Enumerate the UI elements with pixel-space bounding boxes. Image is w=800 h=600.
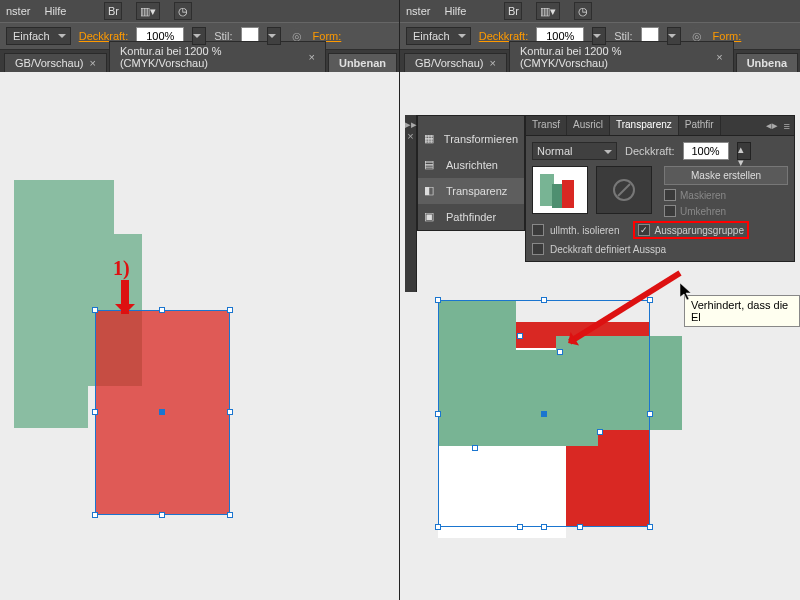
menu-bar: nster Hilfe Br ▥▾ ◷	[400, 0, 800, 22]
clip-label: Maskieren	[680, 190, 726, 201]
scroll-icon[interactable]: ◂▸	[766, 119, 778, 132]
svg-line-4	[618, 184, 630, 196]
handle-e[interactable]	[647, 411, 653, 417]
handle-anchor[interactable]	[597, 429, 603, 435]
opacity-stepper[interactable]: ▴▾	[737, 142, 751, 160]
isolate-label: ullmth. isolieren	[550, 225, 619, 236]
handle-ne[interactable]	[647, 297, 653, 303]
handle-se[interactable]	[647, 524, 653, 530]
handle-anchor[interactable]	[517, 333, 523, 339]
handle-w[interactable]	[435, 411, 441, 417]
handle-sw[interactable]	[92, 512, 98, 518]
nav-pathfinder[interactable]: ▣Pathfinder	[418, 204, 524, 230]
handle-e[interactable]	[227, 409, 233, 415]
menu-fenster[interactable]: nster	[406, 5, 430, 17]
transparency-panel: Transf Ausricl Transparenz Pathfir ◂▸≡ N…	[525, 115, 795, 262]
opacity-field[interactable]: 100%	[683, 142, 729, 160]
nav-label: Transparenz	[446, 185, 507, 197]
handle-s[interactable]	[159, 512, 165, 518]
handle-n[interactable]	[159, 307, 165, 313]
nav-ausrichten[interactable]: ▤Ausrichten	[418, 152, 524, 178]
panel-grip[interactable]: ▸▸ ×	[405, 115, 417, 292]
annotation-1: 1)	[113, 257, 130, 280]
handle-ne[interactable]	[227, 307, 233, 313]
transparency-thumbnail[interactable]	[532, 166, 588, 214]
handle-anchor[interactable]	[472, 445, 478, 451]
handle-anchor[interactable]	[577, 524, 583, 530]
handle-w[interactable]	[92, 409, 98, 415]
mask-thumbnail[interactable]	[596, 166, 652, 214]
style-dropdown[interactable]	[667, 27, 681, 45]
tab-2-label: Unbenan	[339, 57, 386, 69]
bridge-icon[interactable]: Br	[504, 2, 522, 20]
doc-tabs: GB/Vorschau)× Kontur.ai bei 1200 % (CMYK…	[400, 50, 800, 72]
handle-sw[interactable]	[435, 524, 441, 530]
isolate-blending-checkbox[interactable]	[532, 224, 544, 236]
close-icon[interactable]: ×	[309, 51, 315, 63]
tab-1[interactable]: Kontur.ai bei 1200 % (CMYK/Vorschau)×	[109, 41, 326, 72]
svg-rect-2	[562, 180, 574, 208]
knockout-group-label: Aussparungsgruppe	[654, 225, 744, 236]
panel-tabs: Transf Ausricl Transparenz Pathfir ◂▸≡	[526, 116, 794, 136]
tab-1[interactable]: Kontur.ai bei 1200 % (CMYK/Vorschau)×	[509, 41, 734, 72]
handle-se[interactable]	[227, 512, 233, 518]
stroke-profile-select[interactable]: Einfach	[6, 27, 71, 45]
handle-center[interactable]	[541, 411, 547, 417]
menu-hilfe[interactable]: Hilfe	[444, 5, 466, 17]
tab-2-label: Unbena	[747, 57, 787, 69]
handle-s[interactable]	[541, 524, 547, 530]
handle-center[interactable]	[159, 409, 165, 415]
close-icon[interactable]: ×	[716, 51, 722, 63]
tab-0[interactable]: GB/Vorschau)×	[4, 53, 107, 72]
invert-checkbox[interactable]	[664, 205, 676, 217]
handle-anchor[interactable]	[517, 524, 523, 530]
opacity-dropdown[interactable]	[192, 27, 206, 45]
handle-nw[interactable]	[92, 307, 98, 313]
menu-bar: nster Hilfe Br ▥▾ ◷	[0, 0, 399, 22]
opacity-label: Deckkraft:	[625, 145, 675, 157]
ptab-transparenz[interactable]: Transparenz	[610, 116, 679, 135]
make-mask-button[interactable]: Maske erstellen	[664, 166, 788, 185]
ptab-ausri[interactable]: Ausricl	[567, 116, 610, 135]
stroke-profile-select[interactable]: Einfach	[406, 27, 471, 45]
pathfinder-icon: ▣	[424, 210, 440, 224]
blend-mode-select[interactable]: Normal	[532, 142, 617, 160]
ptab-transf[interactable]: Transf	[526, 116, 567, 135]
nav-label: Ausrichten	[446, 159, 498, 171]
align-icon: ▤	[424, 158, 440, 172]
nav-transparenz[interactable]: ◧Transparenz	[418, 178, 524, 204]
tab-0[interactable]: GB/Vorschau)×	[404, 53, 507, 72]
opacity-dropdown[interactable]	[592, 27, 606, 45]
annotation-1-arrow	[121, 280, 129, 314]
nav-transformieren[interactable]: ▦Transformieren	[418, 126, 524, 152]
canvas-left[interactable]: 1)	[0, 72, 399, 600]
transform-icon: ▦	[424, 132, 438, 146]
style-dropdown[interactable]	[267, 27, 281, 45]
gauge-icon[interactable]: ◷	[174, 2, 192, 20]
handle-nw[interactable]	[435, 297, 441, 303]
ptab-pathfi[interactable]: Pathfir	[679, 116, 721, 135]
clip-checkbox[interactable]	[664, 189, 676, 201]
transparency-icon: ◧	[424, 184, 440, 198]
tab-2[interactable]: Unbenan	[328, 53, 397, 72]
handle-n[interactable]	[541, 297, 547, 303]
doc-tabs: GB/Vorschau)× Kontur.ai bei 1200 % (CMYK…	[0, 50, 399, 72]
tab-0-label: GB/Vorschau)	[415, 57, 483, 69]
arrange-icon[interactable]: ▥▾	[136, 2, 160, 20]
gauge-icon[interactable]: ◷	[574, 2, 592, 20]
tab-2[interactable]: Unbena	[736, 53, 798, 72]
close-icon[interactable]: ×	[89, 57, 95, 69]
opacity-defines-knockout-checkbox[interactable]	[532, 243, 544, 255]
collapse-icon[interactable]: ▸▸	[406, 119, 416, 129]
menu-fenster[interactable]: nster	[6, 5, 30, 17]
bridge-icon[interactable]: Br	[104, 2, 122, 20]
close-icon[interactable]: ×	[489, 57, 495, 69]
nav-label: Transformieren	[444, 133, 518, 145]
menu-hilfe[interactable]: Hilfe	[44, 5, 66, 17]
close-icon[interactable]: ×	[406, 131, 416, 141]
arrange-icon[interactable]: ▥▾	[536, 2, 560, 20]
tab-0-label: GB/Vorschau)	[15, 57, 83, 69]
panel-menu-icon[interactable]: ≡	[784, 120, 790, 132]
knockout-group-checkbox[interactable]: ✓	[638, 224, 650, 236]
tab-1-label: Kontur.ai bei 1200 % (CMYK/Vorschau)	[520, 45, 710, 69]
